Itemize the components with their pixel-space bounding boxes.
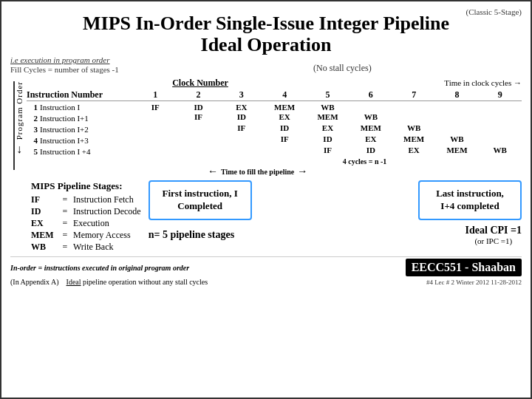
stage-cell: MEM (306, 112, 349, 121)
instruction-rows: 1Instruction IIFIDEXMEMWB2Instruction I+… (27, 103, 522, 156)
stage-eq: = (60, 206, 70, 217)
lower-section: MIPS Pipeline Stages: IF=Instruction Fet… (31, 180, 522, 253)
stages-list: IF=Instruction FetchID=Instruction Decod… (31, 194, 141, 253)
boxes-row: First instruction, I Completed Last inst… (149, 180, 522, 220)
footer-left: In-order = instructions executed in orig… (10, 264, 189, 272)
row-name: Instruction I (40, 103, 134, 112)
table-header: Clock Number Time in clock cycles → (27, 75, 522, 89)
clock-cols: 123456789 (134, 89, 522, 100)
lec-info: #4 Lec # 2 Winter 2012 11-28-2012 (426, 279, 522, 286)
stage-cell: IF (263, 134, 306, 143)
stage-full: Execution (73, 218, 109, 229)
row-stages: IFIDEXMEMWB (134, 112, 522, 121)
row-stages: IFIDEXMEMWB (134, 103, 522, 112)
stage-cell (177, 146, 219, 154)
stage-eq: = (60, 242, 70, 253)
fill-pipeline-text: Time to fill the pipeline (218, 168, 297, 176)
row-name: Instruction I +4 (40, 147, 134, 156)
stage-abbr: EX (31, 218, 57, 229)
time-label: Time in clock cycles → (267, 78, 522, 87)
row-num: 1 (27, 103, 40, 112)
stage-eq: = (60, 230, 70, 241)
instr-num-col-header: Instruction Number (27, 89, 134, 100)
stage-cell: ID (220, 112, 263, 121)
fill-pipeline-row: ← Time to fill the pipeline → (208, 166, 522, 177)
ideal-cpi-block: Ideal CPI =1 (or IPC =1) (466, 225, 522, 245)
row-name: Instruction I+3 (40, 136, 134, 145)
row-num: 5 (27, 147, 40, 156)
left-arrow-icon: ← (208, 166, 218, 177)
stage-cell (220, 146, 263, 154)
stage-cell: EX (220, 103, 263, 112)
last-instruction-box: Last instruction, I+4 completed (418, 180, 522, 220)
stage-cell (435, 112, 478, 121)
pipeline-stages-title: MIPS Pipeline Stages: (31, 180, 141, 192)
stage-cell (392, 103, 435, 112)
stage-cell: EX (349, 134, 392, 143)
row-name: Instruction I+2 (40, 125, 134, 134)
ie-label: i.e execution in program order (10, 55, 119, 64)
pipeline-stages-section: MIPS Pipeline Stages: IF=Instruction Fet… (31, 180, 141, 253)
stage-abbr: ID (31, 206, 57, 217)
stage-cell: ID (306, 134, 349, 143)
cycles-eq: 4 cycles = n -1 (208, 157, 522, 166)
stage-full: Memory Access (73, 230, 131, 241)
stage-cell: EX (263, 112, 306, 121)
stage-row: IF=Instruction Fetch (31, 194, 141, 205)
stage-abbr: IF (31, 194, 57, 205)
stage-cell: IF (220, 123, 263, 132)
footer-row: In-order = instructions executed in orig… (10, 256, 522, 276)
stage-cell (134, 112, 177, 121)
program-order-label: Program Order (15, 81, 24, 140)
n-stages-row: n= 5 pipeline stages Ideal CPI =1 (or IP… (149, 225, 522, 245)
stage-cell: WB (349, 112, 392, 121)
row-num: 3 (27, 125, 40, 134)
stage-cell (220, 134, 263, 143)
content-area: Program Order ↓ Clock Number Time in clo… (10, 75, 522, 177)
stage-cell (392, 112, 435, 121)
table-row: 5Instruction I +4IFIDEXMEMWB (27, 146, 522, 156)
clock-num-2: 2 (177, 89, 219, 100)
stage-cell (177, 134, 219, 143)
stage-row: EX=Execution (31, 218, 141, 229)
stage-cell: ID (263, 123, 306, 132)
stage-full: Write Back (73, 242, 114, 253)
subtitle-row: i.e execution in program order Fill Cycl… (10, 55, 522, 74)
stage-eq: = (60, 218, 70, 229)
row-stages: IFIDEXMEMWB (134, 146, 522, 154)
row-stages: IFIDEXMEMWB (134, 134, 522, 143)
stage-eq: = (60, 194, 70, 205)
stage-full: Instruction Decode (73, 206, 141, 217)
clock-number-header: Clock Number (134, 75, 267, 89)
row-num: 2 (27, 114, 40, 123)
table-row: 4Instruction I+3IFIDEXMEMWB (27, 134, 522, 145)
right-arrow-icon: → (297, 166, 307, 177)
clock-num-3: 3 (220, 89, 263, 100)
stage-cell (134, 123, 177, 132)
stage-row: ID=Instruction Decode (31, 206, 141, 217)
stage-cell: WB (435, 134, 478, 143)
clock-num-8: 8 (435, 89, 478, 100)
col-numbers-row: Instruction Number 123456789 (27, 89, 522, 101)
clock-num-7: 7 (392, 89, 435, 100)
pipeline-table: Clock Number Time in clock cycles → Inst… (27, 75, 522, 177)
stage-cell: IF (177, 112, 219, 121)
stage-cell: MEM (392, 134, 435, 143)
program-order-container: Program Order ↓ (10, 75, 27, 177)
first-instruction-box: First instruction, I Completed (149, 180, 252, 220)
stage-cell: IF (134, 103, 177, 112)
clock-num-1: 1 (134, 89, 177, 100)
clock-num-5: 5 (306, 89, 349, 100)
table-row: 3Instruction I+2IFIDEXMEMWB (27, 123, 522, 134)
stage-cell (177, 123, 219, 132)
no-stall-label: (No stall cycles) (163, 63, 522, 74)
stage-cell: WB (479, 146, 522, 154)
row-name: Instruction I+1 (40, 114, 134, 123)
stage-cell: MEM (435, 146, 478, 154)
n-stages-text: n= 5 pipeline stages (149, 229, 235, 241)
clock-num-4: 4 (263, 89, 306, 100)
fill-cycles-label: Fill Cycles = number of stages -1 (10, 65, 119, 74)
ideal-cpi-text: Ideal CPI =1 (466, 225, 522, 236)
stage-cell (479, 112, 522, 121)
appendix-text: (In Appendix A) Ideal pipeline operation… (10, 278, 208, 286)
